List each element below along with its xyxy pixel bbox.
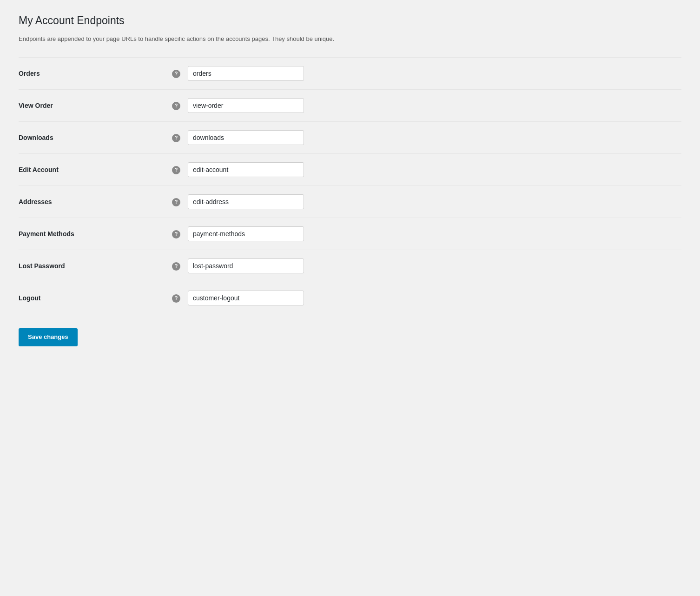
input-edit-account[interactable] <box>188 162 304 177</box>
settings-row-lost-password: Lost Password? <box>19 250 681 282</box>
input-lost-password[interactable] <box>188 258 304 273</box>
label-lost-password: Lost Password <box>19 262 167 270</box>
label-downloads: Downloads <box>19 134 167 141</box>
settings-form: Orders?View Order?Downloads?Edit Account… <box>19 57 681 314</box>
label-payment-methods: Payment Methods <box>19 230 167 238</box>
help-icon-view-order[interactable]: ? <box>172 102 180 110</box>
help-icon-logout[interactable]: ? <box>172 294 180 303</box>
help-icon-orders[interactable]: ? <box>172 70 180 78</box>
help-icon-lost-password[interactable]: ? <box>172 262 180 271</box>
help-icon-payment-methods[interactable]: ? <box>172 230 180 238</box>
help-icon-downloads[interactable]: ? <box>172 134 180 142</box>
label-logout: Logout <box>19 294 167 302</box>
help-icon-addresses[interactable]: ? <box>172 198 180 206</box>
label-edit-account: Edit Account <box>19 166 167 173</box>
input-payment-methods[interactable] <box>188 226 304 241</box>
settings-row-payment-methods: Payment Methods? <box>19 218 681 250</box>
input-orders[interactable] <box>188 66 304 81</box>
label-orders: Orders <box>19 70 167 77</box>
input-downloads[interactable] <box>188 130 304 145</box>
settings-row-logout: Logout? <box>19 282 681 314</box>
label-view-order: View Order <box>19 102 167 109</box>
settings-row-addresses: Addresses? <box>19 186 681 218</box>
settings-row-view-order: View Order? <box>19 90 681 122</box>
label-addresses: Addresses <box>19 198 167 205</box>
save-button[interactable]: Save changes <box>19 328 78 346</box>
settings-row-edit-account: Edit Account? <box>19 154 681 186</box>
page-description: Endpoints are appended to your page URLs… <box>19 34 681 44</box>
settings-row-downloads: Downloads? <box>19 122 681 154</box>
settings-row-orders: Orders? <box>19 57 681 90</box>
input-view-order[interactable] <box>188 98 304 113</box>
input-logout[interactable] <box>188 291 304 305</box>
page-title: My Account Endpoints <box>19 14 681 28</box>
help-icon-edit-account[interactable]: ? <box>172 166 180 174</box>
input-addresses[interactable] <box>188 194 304 209</box>
